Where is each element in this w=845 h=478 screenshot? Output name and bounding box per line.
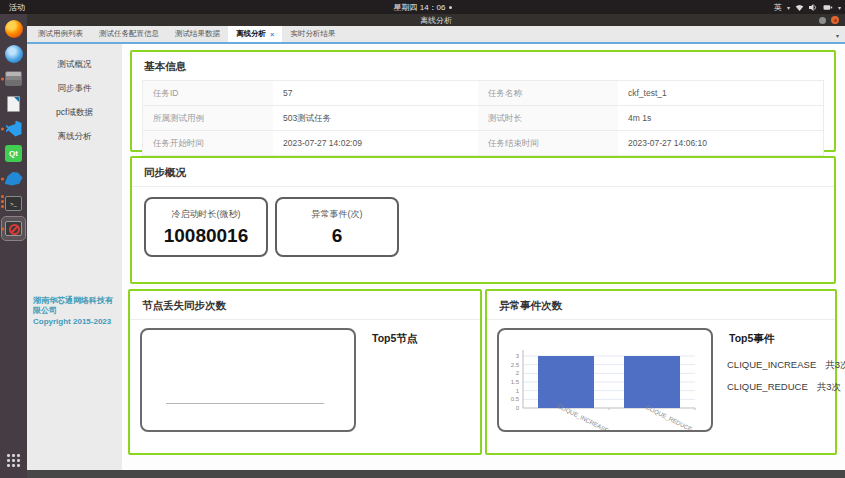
dock-thunderbird-icon[interactable] [2,42,25,65]
system-menu-caret-icon[interactable]: ▾ [838,4,841,11]
app-window: 离线分析 测试用例列表 测试任务配置信息 测试结果数据 离线分析 × 实时分析结… [27,14,845,478]
sidebar-item-pcf-data[interactable]: pcf域数据 [27,100,122,124]
event-count: 共3次 [817,381,841,392]
dock-vscode-icon[interactable] [2,117,25,140]
svg-text:1.5: 1.5 [511,379,520,385]
copyright-text: Copyright 2015-2023 [33,317,117,327]
window-sidebar: 测试概况 同步事件 pcf域数据 离线分析 湖南华芯通网络科技有限公司 Copy… [27,44,122,470]
notification-dot-icon [449,6,452,9]
tab-test-case-list[interactable]: 测试用例列表 [30,26,91,42]
dock-libreoffice-icon[interactable] [2,92,25,115]
table-value: 2023-07-27 14:06:10 [618,130,823,155]
files-icon [5,71,22,86]
dock-wireshark-icon[interactable] [2,167,25,190]
running-indicator [1,195,4,208]
input-method-label[interactable]: 英 [774,2,782,13]
terminal-icon: >_ [5,196,22,211]
stat-card-cold-start: 冷启动时长(微秒) 10080016 [144,197,268,257]
list-item: CLIQUE_INCREASE共3次 [727,359,845,372]
volume-icon[interactable] [809,3,818,12]
system-tray[interactable]: 英 ▾ ▾ [774,2,841,13]
sync-overview-section: 同步概况 冷启动时长(微秒) 10080016 异常事件(次) 6 [130,156,836,284]
list-item: CLIQUE_REDUCE共3次 [727,381,845,394]
table-label: 任务名称 [478,81,618,105]
tab-list-caret-icon[interactable]: ▾ [836,32,839,39]
sync-overview-title: 同步概况 [132,158,834,186]
minimize-button[interactable] [819,17,826,24]
table-value: 57 [273,81,478,105]
window-title: 离线分析 [420,15,452,26]
libreoffice-icon [7,96,20,112]
basic-info-table: 任务ID 57 任务名称 ckf_test_1 所属测试用例 503测试任务 测… [142,80,824,156]
sidebar-item-offline-analysis[interactable]: 离线分析 [27,124,122,148]
running-indicator [1,177,4,180]
firefox-icon [5,20,23,38]
qt-icon: Qt [5,145,22,162]
abnormal-events-title: 异常事件次数 [487,291,835,319]
gnome-top-bar: 活动 星期四 14：06 英 ▾ ▾ [0,0,845,14]
node-loss-title: 节点丢失同步次数 [130,291,480,319]
clock-button[interactable]: 星期四 14：06 [0,2,845,13]
stat-value: 6 [332,225,343,247]
stat-card-abnormal-events: 异常事件(次) 6 [275,197,399,257]
running-indicator [1,77,4,80]
desktop: 活动 星期四 14：06 英 ▾ ▾ Qt >_ [0,0,845,478]
tab-bar: 测试用例列表 测试任务配置信息 测试结果数据 离线分析 × 实时分析结果 ▾ [27,26,845,44]
dock-active-app-icon[interactable] [2,217,25,240]
table-label: 所属测试用例 [143,105,273,130]
running-indicator [1,227,4,230]
network-icon[interactable] [795,3,804,12]
event-name: CLIQUE_INCREASE [727,359,816,370]
event-list: CLIQUE_INCREASE共3次 CLIQUE_REDUCE共3次 [727,350,845,403]
svg-text:2.5: 2.5 [511,362,520,368]
table-label: 任务开始时间 [143,130,273,155]
svg-text:0: 0 [516,405,520,411]
show-applications-button[interactable] [2,449,25,472]
stat-value: 10080016 [164,225,249,247]
table-value: 503测试任务 [273,105,478,130]
basic-info-title: 基本信息 [132,52,834,80]
vscode-icon [6,121,22,137]
tab-result-data[interactable]: 测试结果数据 [167,26,228,42]
copyright-block: 湖南华芯通网络科技有限公司 Copyright 2015-2023 [33,296,117,327]
table-value: 4m 1s [618,105,823,130]
tab-task-config[interactable]: 测试任务配置信息 [91,26,167,42]
main-panel: 基本信息 任务ID 57 任务名称 ckf_test_1 所属测试用例 503测… [122,44,845,470]
svg-text:0.5: 0.5 [511,396,520,402]
dock-qt-creator-icon[interactable]: Qt [2,142,25,165]
window-bottom-strip [27,470,845,478]
top5-events-label: Top5事件 [729,332,774,346]
dock-firefox-icon[interactable] [2,17,25,40]
sidebar-item-sync-events[interactable]: 同步事件 [27,76,122,100]
abnormal-events-bar-chart: 00.511.522.53CLIQUE_INCREASECLIQUE_REDUC… [497,328,713,432]
tab-close-icon[interactable]: × [270,30,274,39]
tab-label: 离线分析 [236,29,266,39]
dock-files-icon[interactable] [2,67,25,90]
empty-chart-baseline [166,403,324,404]
svg-text:3: 3 [516,353,520,359]
app-grid-icon [7,454,20,467]
input-method-caret-icon[interactable]: ▾ [787,4,790,11]
table-value: ckf_test_1 [618,81,823,105]
battery-icon[interactable] [823,3,833,12]
running-indicator [1,127,4,130]
thunderbird-icon [5,45,23,63]
window-titlebar[interactable]: 离线分析 [27,14,845,26]
node-loss-section: 节点丢失同步次数 Top5节点 [128,289,482,455]
event-count: 共3次 [825,359,845,370]
tab-realtime-result[interactable]: 实时分析结果 [282,26,343,42]
close-button[interactable] [831,16,839,24]
tab-offline-analysis[interactable]: 离线分析 × [228,26,282,42]
stat-label: 冷启动时长(微秒) [172,208,241,221]
table-label: 测试时长 [478,105,618,130]
dock-terminal-icon[interactable]: >_ [2,192,25,215]
table-value: 2023-07-27 14:02:09 [273,130,478,155]
event-name: CLIQUE_REDUCE [727,381,808,392]
dock: Qt >_ [0,14,27,478]
abnormal-events-section: 异常事件次数 00.511.522.53CLIQUE_INCREASECLIQU… [485,289,837,455]
sidebar-item-test-overview[interactable]: 测试概况 [27,52,122,76]
company-name: 湖南华芯通网络科技有限公司 [33,296,117,317]
blocked-app-icon [5,221,22,236]
stat-label: 异常事件(次) [312,208,363,221]
top5-nodes-label: Top5节点 [372,332,417,346]
